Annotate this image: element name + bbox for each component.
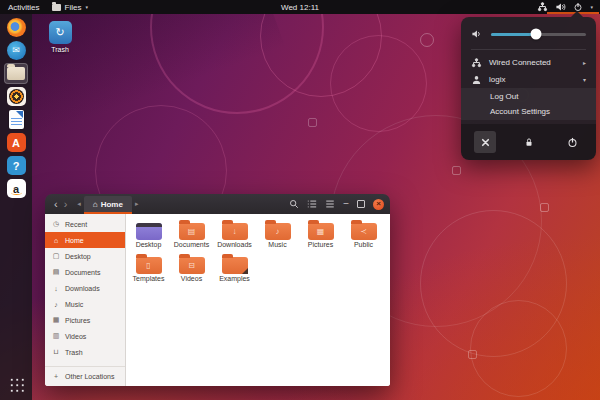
folder-icon: ▤ (179, 223, 205, 240)
dock-item-ubuntu-software[interactable]: A (4, 132, 28, 153)
file-list-area[interactable]: Desktop ▤Documents ↓Downloads ♪Music ▦Pi… (126, 214, 390, 386)
sidebar-item-trash[interactable]: ⊔Trash (45, 344, 125, 360)
libreoffice-writer-icon (9, 110, 24, 129)
sidebar-item-videos[interactable]: ▥Videos (45, 328, 125, 344)
app-menu-files[interactable]: Files ▾ (52, 3, 88, 12)
trash-label: Trash (51, 46, 69, 53)
file-item-public[interactable]: ≺Public (342, 219, 385, 249)
sidebar-item-other-locations[interactable]: +Other Locations (45, 366, 125, 385)
dock: ✉ A ? a (0, 14, 32, 400)
path-button-home[interactable]: ⌂ Home (84, 196, 132, 214)
sidebar-item-label: Other Locations (65, 373, 114, 380)
ubuntu-software-icon: A (7, 133, 26, 152)
user-submenu: Log Out Account Settings (461, 88, 596, 120)
sidebar-item-label: Recent (65, 221, 87, 228)
wallpaper-square (468, 350, 477, 359)
menu-item-account-settings[interactable]: Account Settings (461, 104, 596, 119)
account-settings-label: Account Settings (490, 107, 550, 116)
dock-item-firefox[interactable] (4, 17, 28, 38)
dock-item-files[interactable] (4, 63, 28, 84)
files-window: ‹ › ◂ ⌂ Home ▸ − × (45, 194, 390, 386)
file-item-music[interactable]: ♪Music (256, 219, 299, 249)
sidebar-item-label: Downloads (65, 285, 100, 292)
file-item-documents[interactable]: ▤Documents (170, 219, 213, 249)
close-button[interactable]: × (373, 199, 384, 210)
path-label: Home (101, 200, 123, 209)
headerbar[interactable]: ‹ › ◂ ⌂ Home ▸ − × (45, 194, 390, 214)
path-bar: ◂ ⌂ Home ▸ (74, 194, 141, 214)
volume-slider-knob[interactable] (530, 29, 541, 40)
folder-icon: ≺ (351, 223, 377, 240)
network-wired-icon (537, 2, 548, 12)
dock-item-rhythmbox[interactable] (4, 86, 28, 107)
show-applications-button[interactable] (9, 377, 24, 392)
pictures-icon: ▦ (52, 316, 60, 324)
file-item-examples[interactable]: Examples (213, 253, 256, 283)
sidebar-item-documents[interactable]: ▤Documents (45, 264, 125, 280)
wallpaper-ring (260, 0, 382, 97)
thunderbird-icon: ✉ (7, 41, 26, 60)
menu-item-log-out[interactable]: Log Out (461, 89, 596, 104)
user-icon (471, 75, 482, 85)
system-menu: Wired Connected ▸ logix ▾ Log Out Accoun… (461, 17, 596, 160)
sidebar-item-desktop[interactable]: ▢Desktop (45, 248, 125, 264)
file-item-videos[interactable]: ⊟Videos (170, 253, 213, 283)
lock-button[interactable] (518, 131, 540, 153)
back-button[interactable]: ‹ (54, 199, 58, 210)
dock-item-help[interactable]: ? (4, 155, 28, 176)
folder-icon: ⊟ (179, 257, 205, 274)
file-item-desktop[interactable]: Desktop (127, 219, 170, 249)
trash-icon: ↻ (49, 21, 72, 44)
file-item-label: Music (268, 241, 286, 249)
search-icon[interactable] (289, 199, 299, 209)
wired-label: Wired Connected (489, 58, 576, 67)
wallpaper-square (452, 166, 461, 175)
sidebar-item-downloads[interactable]: ↓Downloads (45, 280, 125, 296)
sidebar-item-label: Videos (65, 333, 86, 340)
dock-item-thunderbird[interactable]: ✉ (4, 40, 28, 61)
dock-item-libreoffice-writer[interactable] (4, 109, 28, 130)
sidebar-item-label: Desktop (65, 253, 91, 260)
file-item-label: Templates (133, 275, 165, 283)
path-scroll-right-icon[interactable]: ▸ (135, 200, 139, 208)
minimize-button[interactable]: − (343, 199, 349, 209)
menu-item-user[interactable]: logix ▾ (461, 71, 596, 88)
sidebar-item-label: Music (65, 301, 83, 308)
folder-icon: ♪ (265, 223, 291, 240)
top-bar: Activities Files ▾ Wed 12:11 ▾ (0, 0, 600, 14)
chevron-down-icon: ▾ (85, 4, 88, 10)
clock[interactable]: Wed 12:11 (0, 3, 600, 12)
activities-button[interactable]: Activities (8, 3, 40, 12)
file-item-pictures[interactable]: ▦Pictures (299, 219, 342, 249)
maximize-button[interactable] (357, 200, 365, 208)
desktop-trash-icon[interactable]: ↻ Trash (44, 21, 76, 53)
folder-icon (222, 257, 248, 274)
sidebar-item-pictures[interactable]: ▦Pictures (45, 312, 125, 328)
forward-button[interactable]: › (64, 199, 68, 210)
folder-icon: ▯ (136, 257, 162, 274)
file-item-templates[interactable]: ▯Templates (127, 253, 170, 283)
sidebar-item-home[interactable]: ⌂Home (45, 232, 125, 248)
submenu-arrow-icon: ▸ (583, 59, 586, 66)
wallpaper-dot (420, 33, 434, 47)
menu-item-wired[interactable]: Wired Connected ▸ (461, 54, 596, 71)
volume-slider[interactable] (491, 33, 586, 36)
settings-button[interactable] (474, 131, 496, 153)
sidebar-item-music[interactable]: ♪Music (45, 296, 125, 312)
help-icon: ? (7, 156, 26, 175)
file-item-label: Public (354, 241, 373, 249)
hamburger-menu-icon[interactable] (325, 199, 335, 209)
sidebar-item-recent[interactable]: ◷Recent (45, 216, 125, 232)
file-item-downloads[interactable]: ↓Downloads (213, 219, 256, 249)
dock-item-amazon[interactable]: a (4, 178, 28, 199)
power-button[interactable] (561, 131, 583, 153)
view-list-icon[interactable] (307, 199, 317, 209)
system-status-area[interactable]: ▾ (537, 0, 600, 14)
volume-icon (471, 29, 482, 39)
sidebar-item-label: Documents (65, 269, 100, 276)
lock-icon (524, 137, 534, 148)
rhythmbox-icon (7, 87, 26, 106)
settings-tools-icon (480, 137, 491, 148)
recent-icon: ◷ (52, 220, 60, 228)
path-scroll-left-icon[interactable]: ◂ (77, 200, 81, 208)
